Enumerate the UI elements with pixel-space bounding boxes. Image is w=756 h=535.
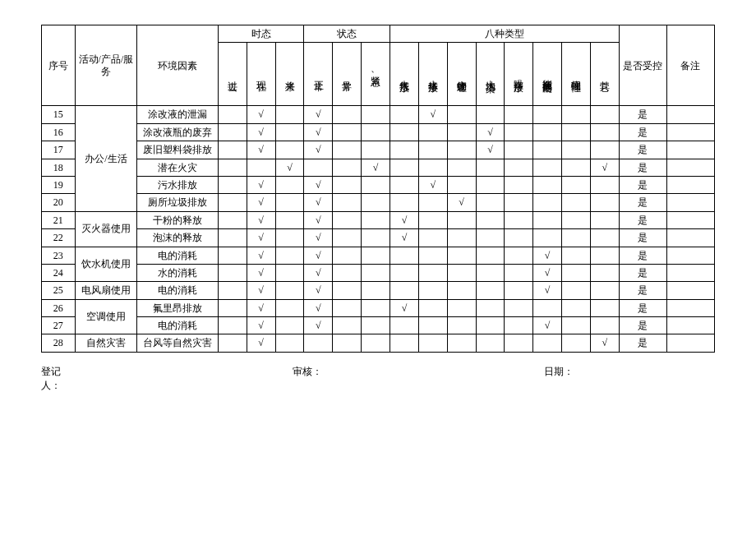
cell-mark-energy xyxy=(533,159,562,176)
cell-mark-past xyxy=(218,176,247,193)
cell-mark-physical xyxy=(562,106,591,123)
cell-mark-other xyxy=(590,247,619,264)
cell-mark-abnormal xyxy=(333,194,362,211)
cell-controlled: 是 xyxy=(619,141,666,159)
cell-mark-waste xyxy=(447,123,476,141)
cell-controlled: 是 xyxy=(619,229,666,247)
cell-mark-emergency xyxy=(362,334,390,352)
cell-activity: 办公/生活 xyxy=(75,106,137,211)
cell-mark-water: √ xyxy=(418,106,447,123)
th-water: 水体排放 xyxy=(418,43,447,106)
th-seq: 序号 xyxy=(42,25,76,106)
cell-mark-energy: √ xyxy=(533,264,562,281)
cell-mark-present: √ xyxy=(247,211,275,228)
table-row: 28自然灾害台风等自然灾害√√是 xyxy=(42,334,715,352)
cell-mark-physical xyxy=(562,194,591,211)
cell-mark-other xyxy=(590,106,619,123)
cell-mark-physical xyxy=(562,299,591,316)
cell-mark-present: √ xyxy=(247,229,275,247)
footer-row: 登记人： 审核： 日期： xyxy=(41,365,715,393)
cell-mark-air: √ xyxy=(390,211,419,228)
cell-activity: 饮水机使用 xyxy=(75,247,137,282)
env-factor-table: 序号 活动/产品/服务 环境因素 时态 状态 八种类型 是否受控 备注 过去 现… xyxy=(41,25,715,353)
cell-env-factor: 台风等自然灾害 xyxy=(137,334,219,352)
cell-env-factor: 氟里昂排放 xyxy=(137,299,219,316)
cell-controlled: 是 xyxy=(619,317,666,334)
cell-seq: 15 xyxy=(42,106,76,123)
cell-mark-past xyxy=(218,299,247,316)
cell-env-factor: 电的消耗 xyxy=(137,317,219,334)
cell-mark-noise xyxy=(505,123,533,141)
cell-mark-land: √ xyxy=(476,141,505,159)
cell-mark-abnormal xyxy=(333,317,362,334)
footer-registrant: 登记人： xyxy=(41,365,71,393)
cell-mark-normal: √ xyxy=(304,264,333,281)
cell-mark-physical xyxy=(562,123,591,141)
cell-mark-waste xyxy=(447,317,476,334)
cell-mark-present: √ xyxy=(247,247,275,264)
footer-auditor: 审核： xyxy=(293,365,322,393)
cell-mark-land xyxy=(476,299,505,316)
cell-mark-noise xyxy=(505,264,533,281)
cell-mark-water xyxy=(418,194,447,211)
cell-mark-land xyxy=(476,211,505,228)
cell-mark-future xyxy=(275,123,304,141)
cell-controlled: 是 xyxy=(619,106,666,123)
cell-mark-abnormal xyxy=(333,106,362,123)
cell-controlled: 是 xyxy=(619,194,666,211)
cell-controlled: 是 xyxy=(619,247,666,264)
th-future: 将来 xyxy=(275,43,304,106)
cell-mark-past xyxy=(218,141,247,159)
table-row: 26空调使用氟里昂排放√√√是 xyxy=(42,299,715,316)
cell-remark xyxy=(666,159,714,176)
cell-mark-other xyxy=(590,264,619,281)
cell-mark-noise xyxy=(505,229,533,247)
th-present: 现在 xyxy=(247,43,275,106)
cell-mark-present: √ xyxy=(247,282,275,299)
cell-mark-emergency xyxy=(362,106,390,123)
cell-remark xyxy=(666,264,714,281)
cell-mark-normal: √ xyxy=(304,194,333,211)
cell-controlled: 是 xyxy=(619,334,666,352)
cell-mark-normal xyxy=(304,159,333,176)
cell-mark-waste xyxy=(447,159,476,176)
cell-mark-noise xyxy=(505,317,533,334)
table-row: 16涂改液瓶的废弃√√√是 xyxy=(42,123,715,141)
cell-mark-past xyxy=(218,159,247,176)
cell-mark-abnormal xyxy=(333,264,362,281)
cell-mark-noise xyxy=(505,194,533,211)
cell-seq: 21 xyxy=(42,211,76,228)
cell-remark xyxy=(666,106,714,123)
table-row: 22泡沫的释放√√√是 xyxy=(42,229,715,247)
cell-mark-land xyxy=(476,176,505,193)
cell-mark-water xyxy=(418,282,447,299)
cell-seq: 25 xyxy=(42,282,76,299)
cell-env-factor: 干粉的释放 xyxy=(137,211,219,228)
cell-mark-energy xyxy=(533,141,562,159)
th-other: 其它 xyxy=(590,43,619,106)
cell-mark-normal: √ xyxy=(304,141,333,159)
th-land: 土地污染 xyxy=(476,43,505,106)
cell-remark xyxy=(666,211,714,228)
cell-mark-noise xyxy=(505,106,533,123)
cell-mark-past xyxy=(218,211,247,228)
cell-mark-land xyxy=(476,229,505,247)
table-row: 20厕所垃圾排放√√√是 xyxy=(42,194,715,211)
cell-remark xyxy=(666,229,714,247)
table-row: 25电风扇使用电的消耗√√√是 xyxy=(42,282,715,299)
cell-mark-present: √ xyxy=(247,123,275,141)
th-past: 过去 xyxy=(218,43,247,106)
cell-mark-water: √ xyxy=(418,176,447,193)
th-tense-group: 时态 xyxy=(218,25,304,43)
cell-mark-other xyxy=(590,229,619,247)
cell-mark-abnormal xyxy=(333,299,362,316)
cell-controlled: 是 xyxy=(619,176,666,193)
cell-mark-future xyxy=(275,264,304,281)
th-type-group: 八种类型 xyxy=(390,25,620,43)
cell-mark-future xyxy=(275,282,304,299)
cell-mark-past xyxy=(218,282,247,299)
cell-mark-abnormal xyxy=(333,229,362,247)
cell-mark-emergency xyxy=(362,299,390,316)
cell-mark-waste xyxy=(447,106,476,123)
cell-mark-present: √ xyxy=(247,194,275,211)
